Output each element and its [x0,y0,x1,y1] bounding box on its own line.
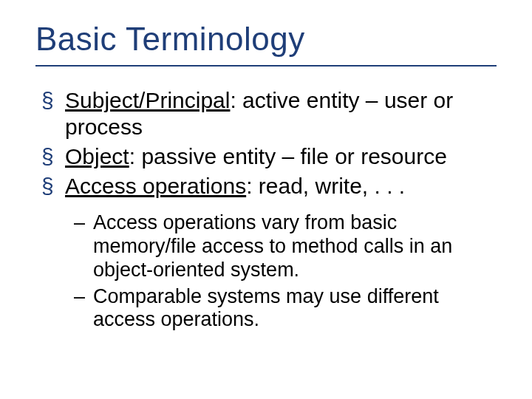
term: Access operations [65,174,246,198]
sub-bullet-item: Comparable systems may use different acc… [35,285,497,332]
term: Object [65,144,129,168]
bullet-list: Subject/Principal: active entity – user … [35,87,497,200]
definition: : read, write, . . . [246,174,405,198]
bullet-item: Access operations: read, write, . . . [35,173,497,200]
definition: : passive entity – file or resource [129,144,447,168]
bullet-item: Object: passive entity – file or resourc… [35,143,497,170]
title-rule [35,65,497,66]
sub-bullet-item: Access operations vary from basic memory… [35,211,497,282]
slide-title: Basic Terminology [35,21,497,58]
bullet-item: Subject/Principal: active entity – user … [35,87,497,140]
slide: Basic Terminology Subject/Principal: act… [0,0,532,399]
term: Subject/Principal [65,88,230,112]
sub-bullet-list: Access operations vary from basic memory… [35,211,497,332]
